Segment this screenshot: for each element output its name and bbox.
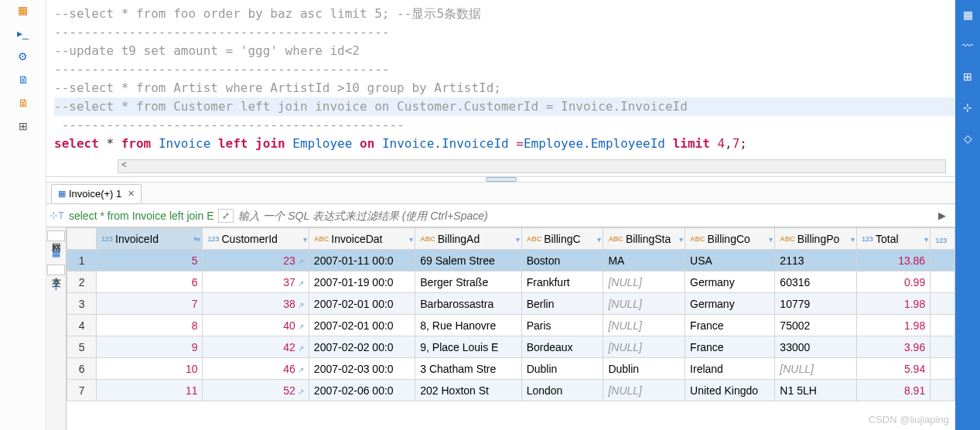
cell-billingad[interactable]: 202 Hoxton St — [415, 380, 521, 401]
cell-invoiceid[interactable]: 6 — [97, 271, 203, 293]
expand-icon[interactable]: ⤢ — [218, 209, 234, 223]
cell-billingpo[interactable]: [NULL] — [775, 358, 857, 380]
table-row[interactable]: 2637↗2007-01-19 00:0Berger Straße Frankf… — [67, 271, 955, 293]
row-number[interactable]: 4 — [67, 315, 97, 336]
cell-invoicedat[interactable]: 2007-02-01 00:0 — [309, 315, 415, 336]
gear-icon[interactable]: ⚙ — [16, 49, 30, 63]
column-header-billingco[interactable]: ABCBillingCo▾ — [685, 228, 775, 250]
file-icon[interactable]: 🗎 — [16, 73, 30, 87]
text-small-icon[interactable]: Ŧ — [53, 282, 59, 292]
cell-billingc[interactable]: Bordeaux — [521, 336, 603, 358]
cell-invoiceid[interactable]: 8 — [97, 315, 203, 336]
results-grid[interactable]: 123InvoiceId▾▾123CustomerId▾ABCInvoiceDa… — [67, 227, 955, 430]
cell-billingad[interactable]: 9, Place Louis E — [415, 336, 521, 358]
cell-billingc[interactable]: Frankfurt — [521, 271, 603, 293]
column-header-billingsta[interactable]: ABCBillingSta▾ — [603, 228, 685, 250]
cell-total[interactable]: 8.91 — [857, 380, 930, 401]
cell-billingc[interactable]: Boston — [521, 250, 603, 271]
corner-cell[interactable] — [67, 228, 97, 250]
cell-billingpo[interactable]: 33000 — [775, 336, 857, 358]
cell-invoicedat[interactable]: 2007-01-19 00:0 — [309, 271, 415, 293]
column-header-billingad[interactable]: ABCBillingAd▾ — [415, 228, 521, 250]
side-tab-grid[interactable]: 网格 — [47, 230, 65, 241]
cell-customerid[interactable]: 38↗ — [203, 293, 309, 315]
table-row[interactable]: 3738↗2007-02-01 00:0BarbarossastraBerlin… — [67, 293, 955, 315]
cell-invoiceid[interactable]: 7 — [97, 293, 203, 315]
cell-billingad[interactable]: 3 Chatham Stre — [415, 358, 521, 380]
splitter[interactable] — [46, 176, 955, 183]
cell-total[interactable]: 3.96 — [857, 336, 930, 358]
column-header-extra[interactable]: 123 — [930, 228, 955, 250]
script-icon[interactable]: ▦ — [16, 3, 30, 17]
row-number[interactable]: 1 — [67, 250, 97, 271]
cell-invoicedat[interactable]: 2007-02-06 00:0 — [309, 380, 415, 401]
filter-query-icon[interactable]: ⊹T — [50, 210, 64, 221]
cell-billingsta[interactable]: Dublin — [603, 358, 685, 380]
cell-billingco[interactable]: Ireland — [685, 358, 775, 380]
result-tab[interactable]: ▦ Invoice(+) 1 ✕ — [51, 184, 142, 203]
row-number[interactable]: 5 — [67, 336, 97, 358]
cell-billingad[interactable]: 8, Rue Hanovre — [415, 315, 521, 336]
cell-invoiceid[interactable]: 5 — [97, 250, 203, 271]
cell-billingsta[interactable]: [NULL] — [603, 336, 685, 358]
column-header-invoicedat[interactable]: ABCInvoiceDat▾ — [309, 228, 415, 250]
cell-billingco[interactable]: USA — [685, 250, 775, 271]
cell-billingc[interactable]: Paris — [521, 315, 603, 336]
cell-billingsta[interactable]: [NULL] — [603, 293, 685, 315]
side-tab-text[interactable]: 文本 — [47, 264, 65, 275]
cell-customerid[interactable]: 46↗ — [203, 358, 309, 380]
column-header-customerid[interactable]: 123CustomerId▾ — [203, 228, 309, 250]
cell-invoiceid[interactable]: 9 — [97, 336, 203, 358]
rail-table-icon[interactable]: ▦ — [961, 8, 975, 22]
column-header-billingc[interactable]: ABCBillingC▾ — [521, 228, 603, 250]
cell-invoicedat[interactable]: 2007-02-01 00:0 — [309, 293, 415, 315]
table-row[interactable]: 4840↗2007-02-01 00:08, Rue HanovreParis[… — [67, 315, 955, 336]
cell-billingpo[interactable]: 2113 — [775, 250, 857, 271]
cell-billingpo[interactable]: 60316 — [775, 271, 857, 293]
cell-billingc[interactable]: Dublin — [521, 358, 603, 380]
cell-total[interactable]: 0.99 — [857, 271, 930, 293]
cell-invoicedat[interactable]: 2007-01-11 00:0 — [309, 250, 415, 271]
cell-customerid[interactable]: 52↗ — [203, 380, 309, 401]
filter-input[interactable] — [238, 210, 927, 222]
cell-customerid[interactable]: 42↗ — [203, 336, 309, 358]
close-icon[interactable]: ✕ — [128, 189, 135, 199]
row-number[interactable]: 3 — [67, 293, 97, 315]
splitter-handle-icon[interactable] — [486, 177, 517, 182]
cell-total[interactable]: 5.94 — [857, 358, 930, 380]
rail-chart-icon[interactable]: 〰 — [961, 39, 975, 53]
table-row[interactable]: 71152↗2007-02-06 00:0202 Hoxton StLondon… — [67, 380, 955, 401]
table-row[interactable]: 1523↗2007-01-11 00:069 Salem StreeBoston… — [67, 250, 955, 271]
cell-customerid[interactable]: 23↗ — [203, 250, 309, 271]
cell-billingad[interactable]: Barbarossastra — [415, 293, 521, 315]
cell-customerid[interactable]: 37↗ — [203, 271, 309, 293]
table-row[interactable]: 61046↗2007-02-03 00:03 Chatham StreDubli… — [67, 358, 955, 380]
cell-invoiceid[interactable]: 10 — [97, 358, 203, 380]
cell-billingsta[interactable]: [NULL] — [603, 315, 685, 336]
cell-billingpo[interactable]: N1 5LH — [775, 380, 857, 401]
column-header-total[interactable]: 123Total▾ — [857, 228, 930, 250]
cell-billingco[interactable]: United Kingdo — [685, 380, 775, 401]
cell-billingco[interactable]: France — [685, 315, 775, 336]
console-icon[interactable]: ▸_ — [16, 26, 30, 40]
editor-scrollbar[interactable] — [118, 159, 946, 173]
cell-billingad[interactable]: Berger Straße — [415, 271, 521, 293]
grid-small-icon[interactable]: ▦ — [52, 247, 60, 258]
cell-billingad[interactable]: 69 Salem Stree — [415, 250, 521, 271]
cell-billingco[interactable]: France — [685, 336, 775, 358]
sql-editor[interactable]: --select * from foo order by baz asc lim… — [46, 0, 955, 158]
cell-total[interactable]: 13.86 — [857, 250, 930, 271]
cell-total[interactable]: 1.98 — [857, 315, 930, 336]
column-header-billingpo[interactable]: ABCBillingPo▾ — [775, 228, 857, 250]
row-number[interactable]: 6 — [67, 358, 97, 380]
cell-billingc[interactable]: Berlin — [521, 293, 603, 315]
tree-icon[interactable]: ⊞ — [16, 119, 30, 133]
cell-invoicedat[interactable]: 2007-02-03 00:0 — [309, 358, 415, 380]
cell-billingsta[interactable]: [NULL] — [603, 380, 685, 401]
cell-total[interactable]: 1.98 — [857, 293, 930, 315]
cell-billingsta[interactable]: [NULL] — [603, 271, 685, 293]
cell-billingpo[interactable]: 75002 — [775, 315, 857, 336]
table-row[interactable]: 5942↗2007-02-02 00:09, Place Louis EBord… — [67, 336, 955, 358]
rail-tree-icon[interactable]: ⊹ — [961, 101, 975, 114]
rail-cube-icon[interactable]: ◇ — [961, 131, 975, 145]
